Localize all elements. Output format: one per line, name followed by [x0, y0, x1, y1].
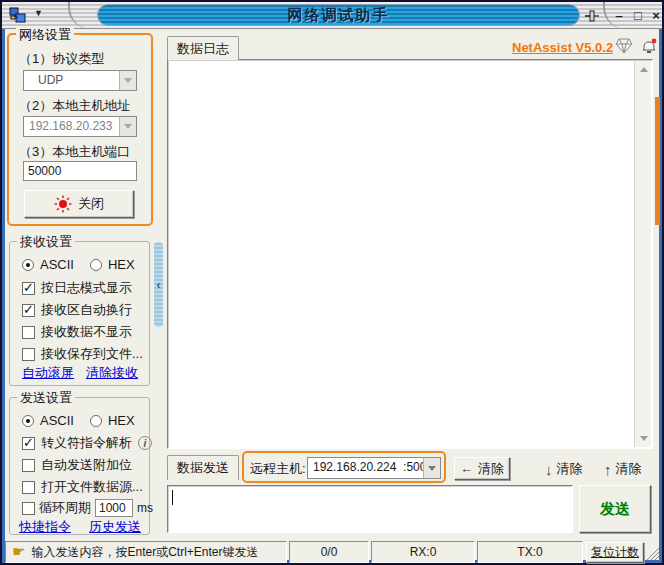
reset-count-button[interactable]: 复位计数 — [586, 542, 644, 563]
receive-hex-label: HEX — [108, 257, 135, 272]
send-button-label: 发送 — [600, 500, 630, 519]
tab-data-log[interactable]: 数据日志 — [167, 36, 239, 60]
send-ascii-radio[interactable] — [22, 415, 34, 427]
send-history-link[interactable]: 历史发送 — [89, 518, 141, 536]
log-mode-checkbox[interactable] — [22, 282, 35, 295]
send-input-area[interactable] — [167, 485, 573, 533]
protocol-select[interactable]: UDP — [23, 70, 137, 91]
network-settings-title: 网络设置 — [16, 26, 74, 44]
maximize-button[interactable]: □ — [629, 6, 647, 24]
receive-settings-title: 接收设置 — [17, 233, 75, 251]
status-tx-segment: TX:0 — [477, 541, 583, 563]
cycle-period-row: 循环周期 1000 ms — [22, 499, 153, 517]
auto-scroll-link[interactable]: 自动滚屏 — [22, 364, 74, 382]
host-value: 192.168.20.233 — [24, 117, 119, 136]
remote-host-dropdown-arrow[interactable] — [423, 458, 440, 478]
save-to-file-checkbox[interactable] — [22, 348, 35, 361]
status-hint-segment: ☛ 输入发送内容，按Enter或Ctrl+Enter键发送 — [5, 541, 287, 563]
data-log-area[interactable] — [167, 59, 653, 449]
scroll-down-icon[interactable] — [635, 430, 652, 447]
resize-grip[interactable] — [646, 547, 659, 560]
cycle-period-checkbox[interactable] — [22, 502, 35, 515]
panel-collapse-handle[interactable]: ‹ — [154, 242, 163, 327]
send-input-value — [168, 484, 174, 504]
app-window: ▼ 网络调试助手 – □ × 网络设置 （1）协议类型 UDP （2）本地主机地… — [0, 0, 664, 565]
status-tx: TX:0 — [517, 545, 542, 559]
cycle-period-label: 循环周期 — [39, 499, 91, 517]
title-bar[interactable]: ▼ 网络调试助手 – □ × — [2, 2, 662, 29]
clear-receive-tool[interactable]: ↓ 清除 — [545, 460, 583, 478]
auto-wrap-label: 接收区自动换行 — [41, 301, 132, 319]
minimize-button[interactable]: – — [610, 6, 628, 24]
send-button[interactable]: 发送 — [579, 485, 651, 533]
save-to-file-label: 接收保存到文件... — [41, 345, 143, 363]
tab-data-send[interactable]: 数据发送 — [167, 455, 239, 480]
clear-send-button[interactable]: ← 清除 — [454, 457, 510, 480]
clear-up-label: 清除 — [616, 460, 642, 478]
close-button[interactable]: × — [647, 6, 664, 24]
status-hint-text: 输入发送内容，按Enter或Ctrl+Enter键发送 — [31, 544, 258, 561]
host-dropdown-arrow[interactable] — [119, 117, 136, 136]
app-icon[interactable] — [9, 7, 26, 24]
chevron-left-icon: ‹ — [157, 278, 161, 292]
connection-close-button[interactable]: 关闭 — [24, 190, 134, 218]
receive-ascii-radio[interactable] — [22, 259, 34, 271]
text-caret — [172, 490, 173, 505]
receive-option-row: 接收区自动换行 — [22, 301, 132, 319]
receive-hex-radio[interactable] — [90, 259, 102, 271]
file-source-checkbox[interactable] — [22, 481, 35, 494]
cycle-period-unit: ms — [137, 501, 153, 515]
back-arrow-icon: ← — [460, 461, 473, 476]
menu-dropdown-arrow[interactable]: ▼ — [34, 8, 43, 18]
clear-send-tool[interactable]: ↑ 清除 — [604, 460, 642, 478]
send-ascii-label: ASCII — [40, 413, 74, 428]
escape-parse-checkbox[interactable] — [22, 437, 35, 450]
pin-icon[interactable] — [582, 7, 602, 24]
send-hex-radio[interactable] — [90, 415, 102, 427]
diamond-icon[interactable] — [615, 38, 633, 57]
hand-pointer-icon: ☛ — [12, 543, 25, 561]
protocol-dropdown-arrow[interactable] — [119, 71, 136, 90]
remote-host-value: 192.168.20.224 :50000 — [308, 458, 423, 478]
window-title: 网络调试助手 — [288, 6, 390, 25]
log-mode-label: 按日志模式显示 — [41, 279, 132, 297]
remote-host-select[interactable]: 192.168.20.224 :50000 — [307, 457, 441, 479]
auto-append-checkbox[interactable] — [22, 459, 35, 472]
quick-commands-link[interactable]: 快捷指令 — [19, 518, 71, 536]
edge-accent-strip — [655, 97, 660, 225]
protocol-label: （1）协议类型 — [19, 50, 104, 68]
status-rx: RX:0 — [410, 545, 437, 559]
clear-down-label: 清除 — [557, 460, 583, 478]
titlebar-curve-left — [68, 2, 94, 29]
send-format-radios: ASCII HEX — [22, 413, 135, 428]
hide-received-checkbox[interactable] — [22, 326, 35, 339]
reset-count-label: 复位计数 — [591, 544, 639, 561]
notification-bell-icon[interactable] — [640, 37, 658, 58]
auto-append-label: 自动发送附加位 — [41, 456, 132, 474]
remote-host-label: 远程主机: — [250, 460, 306, 478]
receive-ascii-label: ASCII — [40, 257, 74, 272]
version-link[interactable]: NetAssist V5.0.2 — [512, 40, 613, 55]
connection-close-label: 关闭 — [78, 195, 104, 213]
status-counter-segment: 0/0 — [289, 541, 369, 563]
send-option-row: 自动发送附加位 — [22, 456, 132, 474]
auto-wrap-checkbox[interactable] — [22, 304, 35, 317]
scroll-up-icon[interactable] — [635, 61, 652, 78]
info-icon[interactable]: i — [138, 436, 152, 450]
file-source-label: 打开文件数据源... — [41, 478, 143, 496]
host-select[interactable]: 192.168.20.233 — [23, 116, 137, 137]
receive-option-row: 接收保存到文件... — [22, 345, 143, 363]
clear-send-label: 清除 — [478, 460, 504, 478]
cycle-period-input[interactable]: 1000 — [95, 499, 133, 517]
port-input[interactable]: 50000 — [23, 161, 137, 181]
log-scrollbar[interactable] — [634, 61, 651, 447]
host-label: （2）本地主机地址 — [19, 97, 130, 115]
data-log-content[interactable] — [169, 61, 634, 447]
status-counter: 0/0 — [321, 545, 338, 559]
send-settings-title: 发送设置 — [17, 389, 75, 407]
clear-receive-link[interactable]: 清除接收 — [86, 364, 138, 382]
title-lozenge: 网络调试助手 — [97, 4, 580, 26]
protocol-value: UDP — [24, 71, 119, 90]
red-indicator-icon — [54, 195, 72, 213]
send-option-row: 转义符指令解析 i — [22, 434, 152, 452]
